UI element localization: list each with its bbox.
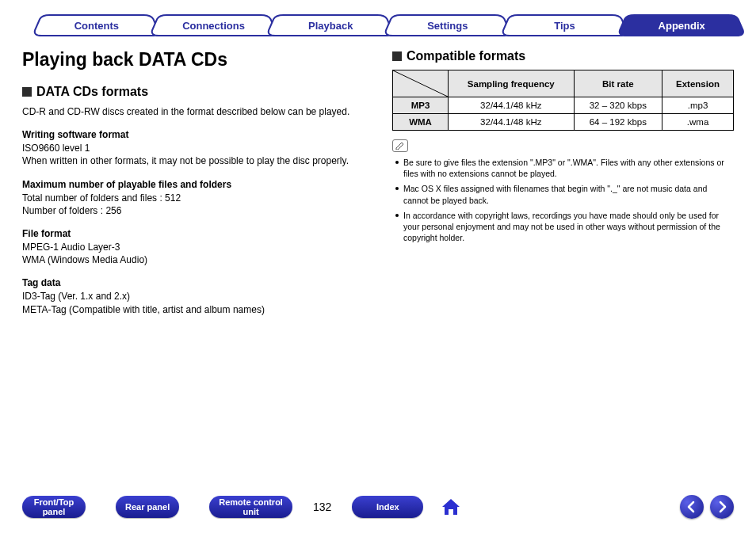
- bottom-bar: Front/Top panel Rear panel Remote contro…: [0, 495, 756, 519]
- tab-tips[interactable]: Tips: [500, 14, 630, 36]
- notes-list: Be sure to give files the extension ".MP…: [392, 157, 734, 243]
- table-diag-cell: [393, 70, 449, 97]
- sub-max-files: Maximum number of playable files and fol…: [22, 179, 364, 190]
- pencil-note-icon: [392, 139, 408, 152]
- tab-settings[interactable]: Settings: [383, 14, 513, 36]
- tab-playback[interactable]: Playback: [265, 14, 395, 36]
- page-number: 132: [313, 501, 331, 513]
- th-sampling: Sampling frequency: [449, 70, 575, 97]
- txt-file-format: MPEG-1 Audio Layer-3 WMA (Windows Media …: [22, 241, 364, 266]
- tab-contents[interactable]: Contents: [32, 14, 162, 36]
- th-bitrate: Bit rate: [574, 70, 662, 97]
- top-tabs: Contents Connections Playback Settings T…: [32, 14, 734, 36]
- next-page-button[interactable]: [710, 495, 734, 519]
- table-row: MP3 32/44.1/48 kHz 32 – 320 kbps .mp3: [393, 97, 734, 114]
- sub-writing-software: Writing software format: [22, 129, 364, 140]
- txt-max-files: Total number of folders and files : 512 …: [22, 192, 364, 217]
- remote-control-button[interactable]: Remote control unit: [209, 496, 292, 518]
- th-extension: Extension: [662, 70, 734, 97]
- page-title: Playing back DATA CDs: [22, 49, 364, 70]
- left-column: Playing back DATA CDs DATA CDs formats C…: [22, 49, 364, 327]
- section-compatible-formats: Compatible formats: [392, 49, 734, 63]
- tab-connections[interactable]: Connections: [149, 14, 279, 36]
- txt-writing-software: ISO9660 level 1 When written in other fo…: [22, 142, 364, 167]
- txt-tag-data: ID3-Tag (Ver. 1.x and 2.x) META-Tag (Com…: [22, 290, 364, 315]
- square-bullet-icon: [392, 51, 402, 61]
- section-data-cds-formats: DATA CDs formats: [22, 85, 364, 99]
- prev-page-button[interactable]: [680, 495, 704, 519]
- note-item: Be sure to give files the extension ".MP…: [395, 157, 734, 179]
- square-bullet-icon: [22, 87, 32, 97]
- front-top-panel-button[interactable]: Front/Top panel: [22, 496, 86, 518]
- sub-file-format: File format: [22, 228, 364, 239]
- home-icon[interactable]: [441, 497, 461, 516]
- right-column: Compatible formats Sampling frequency Bi…: [392, 49, 734, 327]
- tab-appendix[interactable]: Appendix: [617, 14, 746, 36]
- formats-table: Sampling frequency Bit rate Extension MP…: [392, 70, 734, 131]
- note-item: Mac OS X files assigned with filenames t…: [395, 183, 734, 205]
- rear-panel-button[interactable]: Rear panel: [116, 496, 179, 518]
- svg-line-0: [393, 70, 448, 97]
- sub-tag-data: Tag data: [22, 277, 364, 288]
- note-item: In accordance with copyright laws, recor…: [395, 210, 734, 244]
- intro-text: CD-R and CD-RW discs created in the form…: [22, 105, 364, 118]
- index-button[interactable]: Index: [352, 496, 423, 518]
- table-row: WMA 32/44.1/48 kHz 64 – 192 kbps .wma: [393, 114, 734, 131]
